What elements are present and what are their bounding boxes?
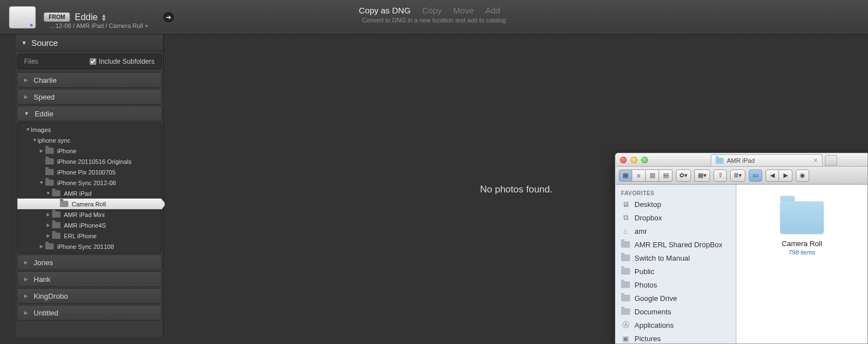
column-view-button[interactable]: ▥ [646, 169, 659, 182]
source-title-label: Source [31, 38, 58, 48]
tree-label: ERL iPhone [64, 233, 96, 239]
list-view-button[interactable]: ≡ [632, 169, 646, 182]
folder-icon [60, 201, 68, 207]
copy-button[interactable]: Copy [422, 6, 442, 15]
volume-speed[interactable]: ▶ Speed [17, 89, 162, 105]
chevron-right-icon: ▶ [24, 310, 28, 315]
tree-item[interactable]: ▼ iPhone Sync 2012-08 [17, 177, 161, 188]
tree-item[interactable]: iPhone Pix 20100705 [17, 167, 161, 177]
sidebar-item-label: Google Drive [634, 294, 677, 303]
window-controls [620, 157, 648, 163]
icon-view-button[interactable]: ▦ [619, 169, 632, 182]
action-menu-button[interactable]: ✿▾ [676, 169, 691, 182]
finder-body: FAVORITES 🖥 Desktop ⧉ Dropbox ⌂ amr AMR … [615, 185, 867, 343]
share-button[interactable]: ⇪ [713, 169, 727, 182]
chevron-down-icon: ▼ [45, 191, 51, 196]
folder-icon [621, 281, 630, 289]
chevron-right-icon: ▶ [24, 293, 28, 299]
source-name[interactable]: Eddie [74, 12, 97, 22]
include-subfolders-checkbox[interactable] [90, 58, 96, 65]
finder-content[interactable]: Camera Roll 798 items [736, 185, 867, 343]
back-button[interactable]: ◀ [766, 169, 779, 182]
sidebar-item-switch-manual[interactable]: Switch to Manual [615, 251, 736, 265]
minimize-window-button[interactable] [631, 157, 637, 163]
new-tab-button[interactable] [825, 155, 837, 166]
tree-label: iPhone [57, 148, 76, 154]
chevron-right-icon: ▶ [45, 223, 51, 228]
source-dropdown-icon[interactable]: ▲▼ [101, 13, 106, 21]
close-tab-icon[interactable]: × [814, 157, 818, 164]
folder-icon [52, 233, 60, 239]
finder-toolbar: ▦ ≡ ▥ ▤ ✿▾ ▦▾ ⇪ ≣▾ ▭ ◀ ▶ ◉ [615, 167, 867, 185]
volume-kingdrobo[interactable]: ▶ KingDrobo [17, 288, 162, 304]
tree-item[interactable]: ▶ iPhone Sync 201108 [17, 241, 161, 252]
tree-iphone-sync[interactable]: ▼ iphone sync [17, 135, 161, 145]
forward-button[interactable]: ▶ [779, 169, 792, 182]
edit-tags-button[interactable]: ≣▾ [730, 169, 745, 182]
folder-icon [621, 295, 630, 302]
volume-eddie[interactable]: ▼ Eddie [17, 106, 162, 121]
finder-tab-title: AMR iPad [727, 157, 755, 164]
tree-item[interactable]: ▶ iPhone [17, 145, 161, 156]
folder-icon [621, 268, 630, 275]
coverflow-view-button[interactable]: ▤ [659, 169, 673, 182]
volume-label: Hank [34, 275, 50, 284]
zoom-window-button[interactable] [641, 157, 648, 163]
chevron-right-icon: ▶ [24, 77, 28, 83]
folder-icon [621, 308, 630, 315]
volume-hank[interactable]: ▶ Hank [17, 271, 162, 287]
tree-label: iphone sync [38, 137, 71, 144]
tree-item[interactable]: ▶ AMR iPad Mini [17, 209, 161, 220]
arrange-button[interactable]: ▦▾ [694, 169, 710, 182]
tree-item[interactable]: ▶ ERL iPhone [17, 230, 161, 241]
sidebar-item-photos[interactable]: Photos [615, 278, 736, 291]
sidebar-item-google-drive[interactable]: Google Drive [615, 291, 736, 305]
volume-jones[interactable]: ▶ Jones [17, 255, 162, 270]
folder-item-count: 798 items [780, 249, 824, 256]
close-window-button[interactable] [620, 157, 627, 163]
sidebar-item-label: amr [634, 227, 647, 235]
applications-icon: Ⓐ [621, 322, 630, 329]
sidebar-item-documents[interactable]: Documents [615, 305, 736, 318]
source-panel-title[interactable]: ▼ Source [16, 35, 163, 51]
import-actions: Copy as DNG Copy Move Add Convert to DNG… [359, 6, 509, 23]
finder-window[interactable]: AMR iPad × ▦ ≡ ▥ ▤ ✿▾ ▦▾ ⇪ ≣▾ ▭ ◀ ▶ ◉ FA… [615, 153, 868, 344]
folder-tree: ▼ Images ▼ iphone sync ▶ iPhone iPhone 2… [17, 122, 162, 253]
tree-label: iPhone Sync 201108 [57, 243, 114, 250]
hard-drive-icon [9, 6, 36, 29]
tree-label: iPhone Sync 2012-08 [57, 180, 116, 186]
tree-label: iPhone 20110516 Originals [57, 158, 132, 165]
sidebar-item-home[interactable]: ⌂ amr [615, 224, 736, 238]
finder-titlebar[interactable]: AMR iPad × [615, 153, 867, 167]
include-subfolders-label: Include Subfolders [99, 58, 155, 65]
tree-item[interactable]: ▼ AMR iPad [17, 188, 161, 199]
pictures-icon: ▣ [621, 335, 630, 342]
volume-untitled[interactable]: ▶ Untitled [17, 305, 162, 321]
sidebar-item-label: Desktop [634, 200, 661, 209]
sidebar-item-desktop[interactable]: 🖥 Desktop [615, 197, 736, 211]
include-subfolders-toggle[interactable]: Include Subfolders [90, 58, 155, 65]
copy-as-dng-button[interactable]: Copy as DNG [359, 6, 411, 15]
folder-icon [52, 190, 60, 196]
sidebar-item-public[interactable]: Public [615, 265, 736, 278]
volume-charlie[interactable]: ▶ Charlie [17, 72, 162, 88]
move-button[interactable]: Move [453, 6, 474, 15]
folder-item-camera-roll[interactable]: Camera Roll 798 items [780, 201, 824, 256]
folder-icon [780, 201, 824, 234]
quicklook-button[interactable]: ◉ [796, 169, 809, 182]
sidebar-item-applications[interactable]: Ⓐ Applications [615, 318, 736, 332]
finder-tab[interactable]: AMR iPad × [711, 154, 823, 166]
volume-label: Jones [34, 258, 53, 267]
go-arrow-button[interactable]: ➔ [162, 11, 175, 23]
path-button[interactable]: ▭ [749, 169, 762, 182]
tree-images[interactable]: ▼ Images [17, 124, 161, 135]
tree-item[interactable]: ▶ AMR iPhone4S [17, 220, 161, 230]
tree-item[interactable]: iPhone 20110516 Originals [17, 156, 161, 167]
volume-label: Eddie [35, 110, 53, 118]
sidebar-item-shared-dropbox[interactable]: AMR ERL Shared DropBox [615, 238, 736, 251]
tree-item-selected[interactable]: Camera Roll [17, 199, 161, 209]
sidebar-item-pictures[interactable]: ▣ Pictures [615, 332, 736, 343]
sidebar-item-dropbox[interactable]: ⧉ Dropbox [615, 211, 736, 224]
add-button[interactable]: Add [485, 6, 500, 15]
nav-group: ◀ ▶ [766, 169, 792, 182]
